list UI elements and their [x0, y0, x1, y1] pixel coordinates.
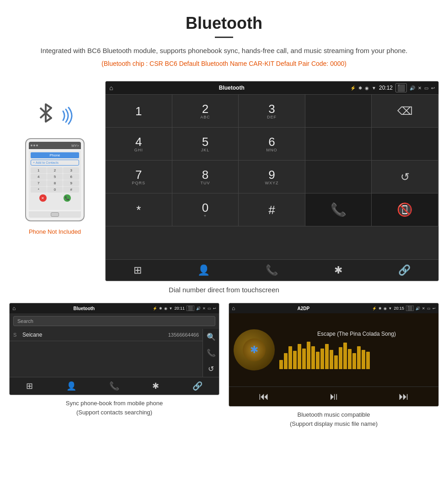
- dialpad-grid: 1 2 ABC 3 DEF ⌫ 4 GHI 5 JKL: [106, 94, 438, 259]
- pb-bottom-bt-icon[interactable]: ✱: [152, 381, 159, 391]
- usb-icon: ⚡: [350, 86, 356, 91]
- dial-key-2[interactable]: 2 ABC: [172, 95, 239, 128]
- mu-gps-icon: ◉: [384, 306, 387, 311]
- dialpad-bottom-bar: ⊞ 👤 📞 ✱ 🔗: [106, 259, 438, 281]
- phone-key-2[interactable]: 2: [47, 167, 63, 173]
- main-content: MY> Phone + Add to Contacts 1 2 3 4 5 6 …: [0, 81, 448, 281]
- dial-key-refresh[interactable]: ↺: [372, 161, 438, 193]
- close-icon[interactable]: ✕: [418, 86, 421, 91]
- pb-close-icon[interactable]: ✕: [203, 306, 206, 311]
- dial-key-9[interactable]: 9 WXYZ: [239, 161, 305, 193]
- page-description: Integrated with BC6 Bluetooth module, su…: [27, 45, 421, 56]
- album-bluetooth-icon: ✱: [250, 344, 258, 356]
- phone-key-7[interactable]: 7: [31, 180, 47, 186]
- dial-num-0: 0: [202, 202, 208, 214]
- dial-key-7[interactable]: 7 PQRS: [106, 161, 172, 193]
- phonebook-display: ⌂ Bluetooth ⚡ ✱ ◉ ▼ 20:11 ⬛ 🔊 ✕ ▭ ↩ Sear…: [9, 303, 219, 395]
- phone-home-button[interactable]: [51, 212, 59, 217]
- music-main: ✱ Escape (The Pina Colada Song): [229, 313, 438, 386]
- pb-cam-icon[interactable]: ⬛: [187, 306, 194, 311]
- dial-key-4[interactable]: 4 GHI: [106, 128, 172, 161]
- dial-sub-6: MNO: [266, 148, 277, 152]
- pb-home-icon[interactable]: ⌂: [12, 305, 16, 311]
- signal-icon: ▼: [372, 86, 376, 91]
- mu-back-icon[interactable]: ↩: [432, 306, 436, 311]
- page-header: Bluetooth Integrated with BC6 Bluetooth …: [0, 0, 448, 81]
- pb-refresh-action-icon[interactable]: ↺: [208, 365, 214, 373]
- dial-sub-8: TUV: [200, 181, 210, 185]
- dial-key-5[interactable]: 5 JKL: [172, 128, 239, 161]
- mu-cam-icon[interactable]: ⬛: [406, 306, 414, 311]
- play-pause-icon[interactable]: ⏯: [329, 391, 339, 402]
- phone-key-9[interactable]: 9: [63, 180, 79, 186]
- eq-bar: [343, 343, 347, 369]
- phone-key-4[interactable]: 4: [31, 174, 47, 180]
- phone-screen: Phone + Add to Contacts 1 2 3 4 5 6 7 8 …: [29, 150, 81, 210]
- pb-win-icon[interactable]: ▭: [208, 306, 211, 311]
- phone-icon[interactable]: 📞: [266, 264, 278, 276]
- camera-icon[interactable]: ⬛: [395, 83, 407, 92]
- dial-key-star[interactable]: *: [106, 193, 172, 226]
- phone-key-6[interactable]: 6: [63, 174, 79, 180]
- dial-key-3[interactable]: 3 DEF: [239, 95, 305, 128]
- phone-end-call-btn[interactable]: ✕: [39, 194, 47, 202]
- pb-bottom-grid-icon[interactable]: ⊞: [26, 381, 33, 391]
- mu-app-title: A2DP: [237, 306, 370, 311]
- phone-mockup: MY> Phone + Add to Contacts 1 2 3 4 5 6 …: [25, 138, 85, 221]
- pb-call-action-icon[interactable]: 📞: [207, 349, 216, 357]
- dial-key-call[interactable]: 📞: [305, 193, 372, 226]
- phone-key-1[interactable]: 1: [31, 167, 47, 173]
- contact-name: Seicane: [22, 332, 165, 338]
- pb-back-icon[interactable]: ↩: [213, 306, 216, 311]
- link-icon[interactable]: 🔗: [398, 264, 411, 276]
- pb-vol-icon[interactable]: 🔊: [196, 306, 201, 311]
- contact-row[interactable]: S Seicane 13566664466: [10, 329, 203, 341]
- dial-num-1: 1: [135, 105, 142, 117]
- phone-key-hash[interactable]: #: [63, 187, 79, 193]
- dial-key-8[interactable]: 8 TUV: [172, 161, 239, 193]
- dial-key-backspace[interactable]: ⌫: [372, 95, 438, 128]
- window-icon[interactable]: ▭: [424, 86, 428, 91]
- mu-vol-icon[interactable]: 🔊: [416, 306, 420, 311]
- phone-key-star[interactable]: *: [31, 187, 47, 193]
- dialpad-grid-icon[interactable]: ⊞: [133, 264, 142, 276]
- bluetooth-icon[interactable]: ✱: [334, 264, 342, 276]
- next-track-icon[interactable]: ⏭: [399, 391, 409, 402]
- contacts-icon[interactable]: 👤: [197, 264, 210, 276]
- phone-call-btn[interactable]: 📞: [64, 194, 71, 202]
- dial-key-0[interactable]: 0 +: [172, 193, 239, 226]
- phone-key-5[interactable]: 5: [47, 174, 63, 180]
- dial-sub-0: +: [204, 214, 207, 218]
- pb-bottom-contacts-icon[interactable]: 👤: [66, 381, 76, 391]
- dial-num-3: 3: [268, 103, 275, 115]
- pb-bottom-link-icon[interactable]: 🔗: [192, 381, 203, 391]
- home-icon[interactable]: ⌂: [109, 84, 113, 91]
- dial-key-1[interactable]: 1: [106, 95, 172, 128]
- mu-close-icon[interactable]: ✕: [422, 306, 425, 311]
- dial-key-hash[interactable]: #: [239, 193, 305, 226]
- phone-key-3[interactable]: 3: [63, 167, 79, 173]
- mu-win-icon[interactable]: ▭: [427, 306, 431, 311]
- pb-bottom-phone-icon[interactable]: 📞: [109, 381, 119, 391]
- pb-signal-icon: ▼: [169, 306, 173, 311]
- music-caption-line1: Bluetooth music compatible: [298, 411, 370, 418]
- music-panel: ⌂ A2DP ⚡ ✱ ◉ ▼ 20:15 ⬛ 🔊 ✕ ▭ ↩ ✱: [229, 303, 439, 428]
- mu-home-icon[interactable]: ⌂: [232, 305, 235, 311]
- phonebook-search-bar[interactable]: Search: [13, 316, 215, 326]
- back-icon[interactable]: ↩: [431, 86, 435, 91]
- volume-icon[interactable]: 🔊: [410, 86, 415, 91]
- phone-key-0[interactable]: 0: [47, 187, 63, 193]
- dial-key-6[interactable]: 6 MNO: [239, 128, 305, 161]
- eq-bar: [311, 346, 315, 369]
- pb-bt-icon: ✱: [159, 306, 162, 311]
- wifi-arcs-icon: [59, 103, 73, 126]
- pb-app-title: Bluetooth: [17, 306, 150, 311]
- phone-key-8[interactable]: 8: [47, 180, 63, 186]
- music-caption: Bluetooth music compatible (Support disp…: [290, 410, 378, 428]
- dial-cell-empty-4: [305, 161, 372, 193]
- dial-key-end-call[interactable]: 📵: [372, 193, 438, 226]
- prev-track-icon[interactable]: ⏮: [259, 391, 269, 402]
- bt-info-text: (Bluetooth chip : CSR BC6 Default Blueto…: [27, 60, 421, 67]
- pb-search-action-icon[interactable]: 🔍: [207, 333, 216, 341]
- eq-bar: [334, 355, 338, 369]
